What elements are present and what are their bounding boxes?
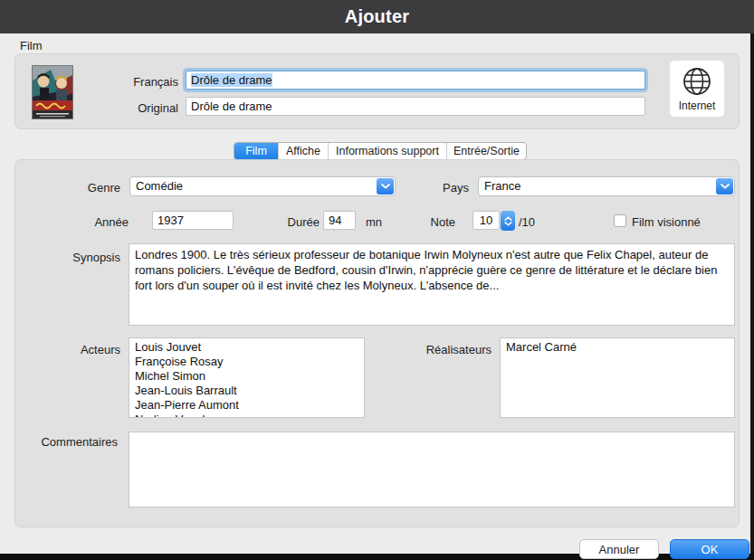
tab-bar: Film Affiche Informations support Entrée… (234, 142, 527, 160)
pays-label: Pays (396, 181, 469, 195)
pays-dropdown[interactable]: France (478, 176, 735, 196)
list-item[interactable]: Françoise Rosay (135, 355, 358, 369)
pays-chevron-down-icon (716, 178, 733, 195)
list-item[interactable]: Nadine Vogel (135, 413, 358, 418)
note-input[interactable]: 10 (472, 211, 500, 230)
annee-value: 1937 (157, 214, 184, 227)
duree-unit-label: mn (366, 215, 389, 229)
cancel-button[interactable]: Annuler (579, 539, 659, 559)
titlebar: Ajouter (0, 0, 754, 33)
internet-button-label: Internet (679, 100, 716, 112)
francais-label: Français (109, 75, 178, 89)
stepper-up-icon (504, 216, 512, 221)
annee-label: Année (38, 215, 129, 229)
annee-input[interactable]: 1937 (152, 211, 234, 230)
poster-art-icon (33, 66, 72, 119)
pays-value: France (484, 179, 520, 193)
list-item[interactable]: Marcel Carné (506, 340, 729, 355)
synopsis-textarea[interactable]: Londres 1900. Le très sérieux professeur… (129, 243, 735, 326)
note-label: Note (392, 215, 455, 229)
commentaires-label: Commentaires (27, 435, 118, 449)
dialog-title: Ajouter (345, 6, 409, 27)
francais-input[interactable]: Drôle de drame (186, 71, 645, 90)
acteurs-label: Acteurs (30, 343, 120, 356)
genre-chevron-down-icon (377, 178, 394, 195)
duree-label: Durée (256, 215, 320, 229)
internet-button[interactable]: Internet (669, 60, 725, 118)
original-label: Original (109, 101, 178, 115)
commentaires-textarea[interactable] (129, 432, 735, 508)
add-film-dialog: Ajouter Film Français Drôle de drame Ori… (0, 0, 754, 560)
original-input[interactable]: Drôle de drame (186, 97, 645, 116)
realisateurs-label: Réalisateurs (401, 343, 492, 356)
film-visionne-label: Film visionné (632, 215, 731, 229)
genre-label: Genre (30, 181, 120, 195)
list-item[interactable]: Michel Simon (135, 369, 358, 384)
francais-selected-text: Drôle de drame (191, 73, 272, 87)
note-value: 10 (480, 214, 492, 227)
list-item[interactable]: Jean-Louis Barrault (135, 384, 358, 398)
tab-informations-support[interactable]: Informations support (329, 143, 447, 159)
duree-value: 94 (329, 214, 341, 227)
stepper-down-icon (504, 222, 512, 226)
synopsis-label: Synopsis (30, 251, 120, 264)
note-suffix-label: /10 (519, 215, 546, 229)
film-visionne-checkbox[interactable] (614, 214, 626, 227)
tab-affiche[interactable]: Affiche (279, 143, 329, 159)
original-text: Drôle de drame (191, 100, 272, 113)
globe-icon (681, 65, 713, 98)
note-stepper[interactable] (501, 211, 515, 231)
ok-button[interactable]: OK (670, 539, 749, 559)
list-item[interactable]: Louis Jouvet (135, 340, 358, 355)
duree-input[interactable]: 94 (323, 211, 356, 230)
genre-value: Comédie (136, 179, 183, 193)
list-item[interactable]: Jean-Pierre Aumont (135, 398, 358, 413)
tab-entree-sortie[interactable]: Entrée/Sortie (447, 143, 526, 159)
window-edge-right (750, 33, 754, 560)
film-group-label: Film (20, 39, 43, 52)
film-poster-thumbnail[interactable] (32, 65, 73, 119)
acteurs-list[interactable]: Louis Jouvet Françoise Rosay Michel Simo… (129, 337, 365, 418)
tab-film[interactable]: Film (234, 143, 279, 159)
realisateurs-list[interactable]: Marcel Carné (500, 337, 735, 418)
genre-dropdown[interactable]: Comédie (129, 176, 396, 196)
title-groupbox (14, 53, 740, 129)
